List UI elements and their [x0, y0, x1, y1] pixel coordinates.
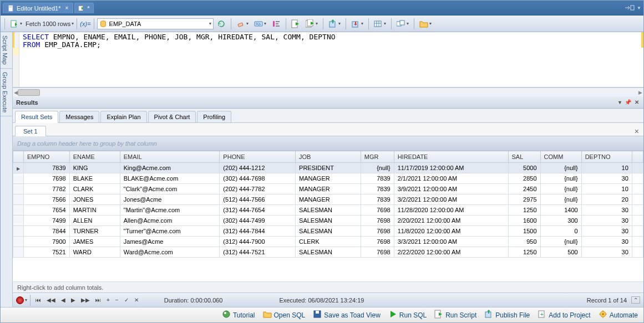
nav-commit-button[interactable]: ✓ [122, 296, 131, 304]
table-row[interactable]: 7566JONESJones@Acme(512) 444-7566MANAGER… [13, 194, 643, 205]
collapse-icon[interactable]: ⌃ [631, 296, 640, 304]
nav-cancel-button[interactable]: ✕ [132, 296, 141, 304]
table-row[interactable]: 7654MARTIN"Martin"@Acme.com(312) 444-765… [13, 205, 643, 216]
action-save[interactable]: Save as Toad View [313, 310, 381, 320]
action-automate[interactable]: Automate [599, 310, 638, 320]
title-bar-controls: ▼ [625, 4, 641, 11]
clear-button[interactable]: ▾ [234, 18, 251, 30]
action-open[interactable]: Open SQL [263, 310, 306, 320]
action-run[interactable]: Run SQL [388, 310, 427, 320]
sql-editor[interactable]: SELECT EMPNO, ENAME, EMAIL, PHONE, JOB, … [13, 32, 643, 88]
new-script-button[interactable]: ▾ [8, 18, 24, 30]
svg-text:+: + [540, 311, 544, 317]
svg-point-22 [224, 312, 226, 314]
tab-resultsets[interactable]: Result Sets [15, 111, 58, 123]
refresh-icon [217, 19, 226, 28]
group-by-bar[interactable]: Drag a column header here to group by th… [13, 136, 643, 151]
record-dd-icon[interactable]: ▾ [25, 298, 27, 303]
action-label: Save as Toad View [324, 311, 381, 319]
left-rail: Script Map Group Execute [1, 32, 13, 307]
rail-tab-scriptmap[interactable]: Script Map [1, 32, 12, 69]
folder-button[interactable]: ▾ [417, 18, 434, 30]
col-email[interactable]: EMAIL [120, 151, 220, 163]
record-indicator-icon[interactable] [16, 296, 24, 304]
footer-hint: Right-click to add column totals. [17, 284, 103, 291]
table-row[interactable]: 7499ALLENAllen@Acme.com(302) 444-7499SAL… [13, 216, 643, 226]
tab-explain[interactable]: Explain Plan [100, 111, 146, 122]
title-bar: Editor Untitled1* × * ▼ [1, 1, 643, 16]
sql-recall-button[interactable]: SQL▾ [252, 18, 268, 30]
table-row[interactable]: 7782CLARK"Clark"@Acme.com(202) 444-7782M… [13, 184, 643, 194]
tab-profiling[interactable]: Profiling [197, 111, 231, 122]
run-script-button[interactable]: ▾ [303, 18, 320, 30]
nav-first-button[interactable]: ⏮ [33, 296, 43, 304]
nav-remove-button[interactable]: − [113, 296, 121, 304]
code-area[interactable]: SELECT EMPNO, ENAME, EMAIL, PHONE, JOB, … [19, 32, 643, 87]
svg-point-30 [602, 313, 604, 315]
rail-tab-groupexec[interactable]: Group Execute [1, 69, 12, 116]
redock-icon[interactable] [625, 4, 635, 11]
col-job[interactable]: JOB [296, 151, 361, 163]
table-row[interactable]: 7839KINGKing@Acme.com(202) 444-1212PRESI… [13, 163, 643, 173]
format-button[interactable] [270, 18, 283, 30]
nav-prev-button[interactable]: ◀ [59, 296, 68, 304]
fetch-label[interactable]: Fetch 1000 rows [26, 20, 70, 27]
editor-hscroll[interactable]: ◀▶ [13, 88, 643, 96]
tutorial-icon [222, 310, 231, 320]
tab-set1[interactable]: Set 1 [15, 126, 46, 136]
nav-add-button[interactable]: + [104, 296, 112, 304]
secondary-tab[interactable]: * [74, 3, 93, 13]
database-input[interactable] [109, 20, 205, 27]
table-row[interactable]: 7521WARDWard@Acme.com(312) 444-7521SALES… [13, 247, 643, 258]
col-empno[interactable]: EMPNO [24, 151, 70, 163]
action-label: Add to Project [549, 311, 590, 319]
nav-nextpage-button[interactable]: ▶▶ [79, 296, 92, 304]
file-icon [8, 5, 14, 12]
import-icon [351, 19, 360, 28]
results-menu-icon[interactable]: ▾ [617, 99, 622, 105]
set-close-icon[interactable]: × [630, 127, 643, 136]
table-row[interactable]: 7844TURNER"Turner"@Acme.com(312) 444-784… [13, 226, 643, 237]
svg-rect-6 [238, 23, 243, 27]
col-mgr[interactable]: MGR [361, 151, 394, 163]
action-publish[interactable]: Publish File [484, 310, 530, 320]
col-ename[interactable]: ENAME [69, 151, 120, 163]
export-button[interactable]: ▾ [326, 18, 343, 30]
tab-close-icon[interactable]: × [63, 5, 69, 11]
variable-label: (x)= [80, 20, 90, 27]
database-combo[interactable]: ▾ [97, 18, 214, 29]
results-pin-icon[interactable]: 📌 [623, 99, 632, 105]
publish-icon [484, 310, 493, 320]
folder-icon [419, 19, 428, 28]
action-tutorial[interactable]: Tutorial [222, 310, 255, 320]
table-row[interactable]: 7698BLAKEBLAKE@Acme.com(302) 444-7698MAN… [13, 173, 643, 184]
editor-tab[interactable]: Editor Untitled1* × [3, 3, 73, 13]
col-phone[interactable]: PHONE [220, 151, 296, 163]
col-hiredate[interactable]: HIREDATE [394, 151, 508, 163]
save-icon [313, 310, 322, 320]
run-sql-button[interactable] [289, 18, 302, 30]
import-button[interactable]: ▾ [349, 18, 366, 30]
grid-button1[interactable]: ▾ [372, 18, 388, 30]
main-area: Script Map Group Execute SELECT EMPNO, E… [1, 32, 643, 307]
action-label: Run SQL [399, 311, 427, 319]
col-deptno[interactable]: DEPTNO [581, 151, 632, 163]
tab-pivot[interactable]: Pivot & Chart [148, 111, 196, 122]
data-grid[interactable]: EMPNOENAMEEMAILPHONEJOBMGRHIREDATESALCOM… [13, 151, 643, 281]
fetch-dropdown-icon[interactable]: ▾ [72, 21, 74, 26]
nav-prevpage-button[interactable]: ◀◀ [44, 296, 58, 304]
nav-next-button[interactable]: ▶ [69, 296, 78, 304]
grid-button2[interactable]: ▾ [394, 18, 411, 30]
action-runscript[interactable]: Run Script [434, 310, 476, 320]
nav-last-button[interactable]: ⏭ [93, 296, 103, 304]
col-sal[interactable]: SAL [508, 151, 540, 163]
results-close-icon[interactable]: ✕ [633, 99, 640, 105]
database-dropdown-icon[interactable]: ▾ [207, 21, 211, 26]
action-addproj[interactable]: +Add to Project [537, 310, 590, 320]
col-comm[interactable]: COMM [540, 151, 581, 163]
action-label: Publish File [495, 311, 530, 319]
tab-messages[interactable]: Messages [59, 111, 99, 122]
table-row[interactable]: 7900JAMESJames@Acme(312) 444-7900CLERK76… [13, 237, 643, 247]
refresh-db-button[interactable] [215, 18, 228, 30]
title-dropdown-icon[interactable]: ▼ [637, 6, 641, 11]
